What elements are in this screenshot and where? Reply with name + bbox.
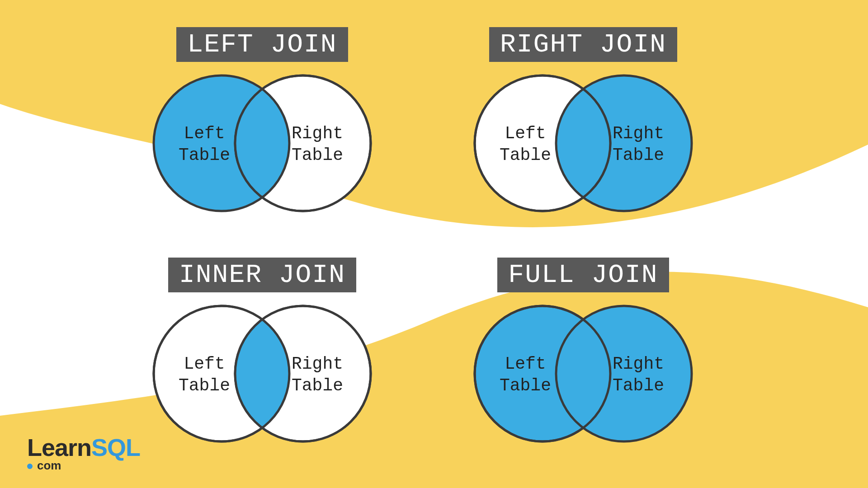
logo-dot-icon [27, 464, 33, 469]
venn-right-join: Left Table Right Table [461, 71, 705, 216]
section-left-join: LEFT JOIN Left Table Right Table [140, 27, 384, 216]
logo-text-com: com [37, 459, 61, 472]
label-right-table: Right Table [613, 123, 664, 166]
label-left-table: Left Table [179, 353, 230, 396]
venn-left-join: Left Table Right Table [140, 71, 384, 216]
label-right-table: Right Table [613, 353, 664, 396]
logo-text-sql: SQL [91, 434, 140, 461]
venn-inner-join: Left Table Right Table [140, 301, 384, 446]
section-right-join: RIGHT JOIN Left Table Right Table [461, 27, 705, 216]
title-right-join: RIGHT JOIN [489, 27, 677, 62]
section-inner-join: INNER JOIN Left Table Right Table [140, 258, 384, 446]
title-inner-join: INNER JOIN [168, 258, 356, 292]
label-left-table: Left Table [500, 353, 551, 396]
label-left-table: Left Table [500, 123, 551, 166]
title-left-join: LEFT JOIN [176, 27, 348, 62]
label-left-table: Left Table [179, 123, 230, 166]
logo-text-learn: Learn [27, 434, 91, 461]
label-right-table: Right Table [292, 353, 343, 396]
diagram-canvas: LEFT JOIN Left Table Right Table RIGHT J… [0, 0, 868, 488]
venn-full-join: Left Table Right Table [461, 301, 705, 446]
section-full-join: FULL JOIN Left Table Right Table [461, 258, 705, 446]
label-right-table: Right Table [292, 123, 343, 166]
title-full-join: FULL JOIN [497, 258, 669, 292]
learnsql-logo: LearnSQL com [27, 433, 140, 473]
